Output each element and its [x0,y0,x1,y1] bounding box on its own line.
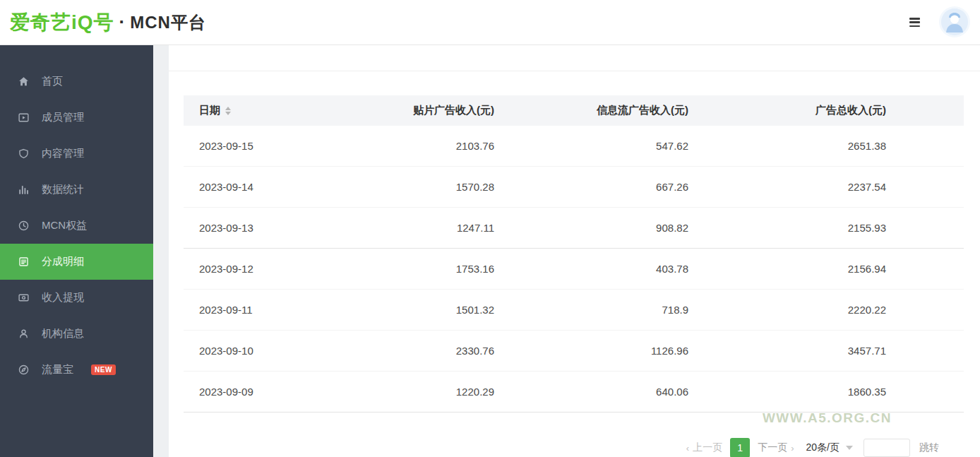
cell-total: 1860.35 [688,386,886,398]
sidebar-item-mcn-rights[interactable]: MCN权益 [0,208,153,244]
logo-platform-text: MCN平台 [130,11,206,34]
compass-icon [18,364,30,376]
sidebar-item-label: 收入提现 [42,291,84,304]
toolbar-band [169,45,980,71]
withdraw-icon [18,292,30,304]
cell-feed: 403.78 [494,263,688,275]
sidebar: 首页 成员管理 内容管理 数据统计 [0,45,153,457]
sidebar-item-content[interactable]: 内容管理 [0,136,153,172]
logo-brand-text: 爱奇艺iQ号 [10,9,114,36]
cell-total: 2237.54 [688,181,886,193]
cell-pre-roll: 1501.32 [410,304,494,316]
sidebar-item-label: MCN权益 [42,219,87,232]
cell-pre-roll: 1570.28 [410,181,494,193]
cell-feed: 718.9 [494,304,688,316]
cell-total: 2155.93 [688,222,886,234]
chevron-down-icon [846,446,853,450]
home-icon [18,76,30,88]
logo: 爱奇艺iQ号 · MCN平台 [10,0,206,44]
sidebar-item-label: 内容管理 [42,147,84,160]
cell-feed: 1126.96 [494,345,688,357]
cell-date: 2023-09-13 [184,222,410,234]
cell-date: 2023-09-14 [184,181,410,193]
cell-pre-roll: 2103.76 [410,140,494,152]
pagination: ‹ 上一页 1 下一页 › 20条/页 跳转 [686,438,939,457]
table-row: 2023-09-15 2103.76 547.62 2651.38 [184,126,964,167]
jump-button[interactable]: 跳转 [919,441,939,454]
menu-icon[interactable] [909,18,920,27]
sidebar-item-label: 数据统计 [42,183,84,196]
column-header-feed-revenue: 信息流广告收入(元) [494,104,688,117]
ledger-icon [18,256,30,268]
cell-pre-roll: 1753.16 [410,263,494,275]
stats-icon [18,184,30,196]
cell-date: 2023-09-09 [184,386,410,398]
user-avatar[interactable] [941,8,968,35]
chevron-right-icon: › [791,443,794,453]
cell-feed: 640.06 [494,386,688,398]
current-page-indicator[interactable]: 1 [730,438,750,457]
sidebar-item-home[interactable]: 首页 [0,64,153,100]
next-page-button[interactable]: 下一页 › [758,441,794,454]
table-row: 2023-09-10 2330.76 1126.96 3457.71 [184,331,964,372]
sidebar-item-traffic-treasure[interactable]: 流量宝 NEW [0,352,153,388]
sidebar-item-label: 成员管理 [42,111,84,124]
avatar-person-icon [941,8,968,35]
cell-feed: 908.82 [494,222,688,234]
cell-feed: 547.62 [494,140,688,152]
table-row: 2023-09-13 1247.11 908.82 2155.93 [184,208,964,249]
page-size-select[interactable]: 20条/页 [806,441,853,454]
sidebar-item-org-info[interactable]: 机构信息 [0,316,153,352]
revenue-table: 日期 贴片广告收入(元) 信息流广告收入(元) 广告总收入(元) 2023-09… [184,95,964,413]
sidebar-gutter [153,45,169,457]
watermark: WWW.A5.ORG.CN [763,410,892,426]
sidebar-item-revenue-share[interactable]: 分成明细 [0,244,153,280]
page-jump-input[interactable] [864,439,910,457]
cell-date: 2023-09-12 [184,263,410,275]
table-header-row: 日期 贴片广告收入(元) 信息流广告收入(元) 广告总收入(元) [184,95,964,126]
cell-total: 2220.22 [688,304,886,316]
table-row: 2023-09-09 1220.29 640.06 1860.35 [184,372,964,413]
sidebar-item-label: 流量宝 [42,363,73,376]
app-window: 爱奇艺iQ号 · MCN平台 首页 [0,0,980,457]
cell-total: 2651.38 [688,140,886,152]
sort-icon[interactable] [225,107,231,115]
sidebar-item-label: 机构信息 [42,327,84,340]
new-badge: NEW [91,364,116,375]
table-row: 2023-09-11 1501.32 718.9 2220.22 [184,290,964,331]
sidebar-menu: 首页 成员管理 内容管理 数据统计 [0,45,153,388]
table-row: 2023-09-12 1753.16 403.78 2156.94 [184,249,964,290]
cell-date: 2023-09-11 [184,304,410,316]
content-icon [18,148,30,160]
cell-feed: 667.26 [494,181,688,193]
prev-page-button[interactable]: ‹ 上一页 [686,441,722,454]
sidebar-item-withdraw[interactable]: 收入提现 [0,280,153,316]
cell-total: 3457.71 [688,345,886,357]
sidebar-item-members[interactable]: 成员管理 [0,100,153,136]
clock-icon [18,220,30,232]
sidebar-item-label: 分成明细 [42,255,84,268]
sidebar-item-stats[interactable]: 数据统计 [0,172,153,208]
table-row: 2023-09-14 1570.28 667.26 2237.54 [184,167,964,208]
column-header-total-revenue: 广告总收入(元) [688,104,886,117]
cell-date: 2023-09-10 [184,345,410,357]
cell-pre-roll: 1247.11 [410,222,494,234]
cell-pre-roll: 2330.76 [410,345,494,357]
cell-date: 2023-09-15 [184,140,410,152]
column-header-date[interactable]: 日期 [184,104,410,117]
top-header: 爱奇艺iQ号 · MCN平台 [0,0,980,45]
cell-total: 2156.94 [688,263,886,275]
cell-pre-roll: 1220.29 [410,386,494,398]
chevron-left-icon: ‹ [686,443,689,453]
members-icon [18,112,30,124]
person-icon [18,328,30,340]
main-content: 日期 贴片广告收入(元) 信息流广告收入(元) 广告总收入(元) 2023-09… [169,45,980,457]
column-header-pre-roll-revenue: 贴片广告收入(元) [410,104,494,117]
logo-separator: · [119,11,126,33]
sidebar-item-label: 首页 [42,75,63,88]
